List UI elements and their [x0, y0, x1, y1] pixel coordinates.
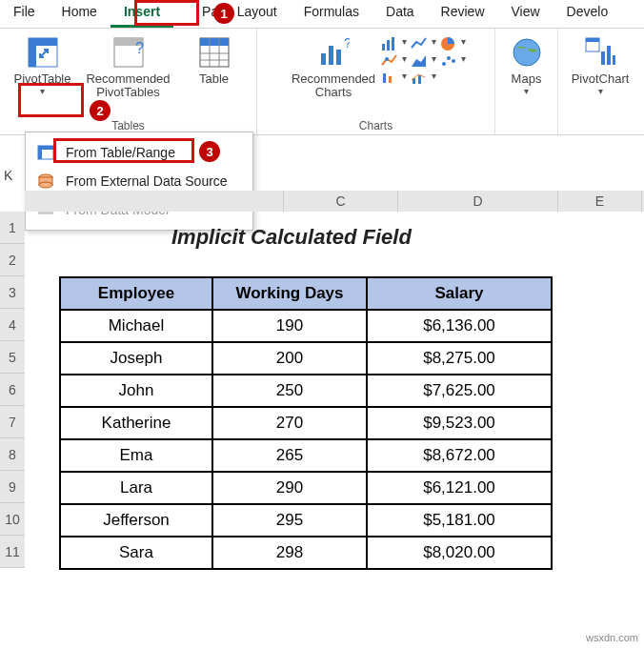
table-row: Ema265$8,672.00 [60, 439, 552, 472]
data-table: Employee Working Days Salary Michael190$… [59, 276, 553, 570]
svg-point-23 [447, 56, 451, 60]
row-headers: 1 2 3 4 5 6 7 8 9 10 11 [0, 212, 25, 568]
recommended-pivottables-button[interactable]: ? Recommended PivotTables [81, 32, 176, 100]
svg-rect-33 [607, 46, 611, 65]
svg-rect-12 [321, 53, 326, 65]
col-header-d[interactable]: D [398, 191, 558, 212]
tab-developer[interactable]: Develo [553, 0, 622, 28]
row-header[interactable]: 4 [0, 309, 25, 341]
pivottable-label: PivotTable [14, 72, 71, 86]
svg-rect-37 [38, 146, 42, 159]
table-button[interactable]: Table [176, 32, 252, 100]
table-header[interactable]: Employee [60, 277, 212, 310]
external-data-icon [35, 172, 56, 191]
maps-label: Maps [512, 72, 542, 86]
row-header[interactable]: 2 [0, 244, 25, 276]
annotation-badge-1: 1 [213, 3, 234, 24]
table-row: Katherine270$9,523.00 [60, 407, 552, 439]
table-row: Jefferson295$5,181.00 [60, 504, 552, 537]
tab-data[interactable]: Data [372, 0, 428, 28]
ribbon-tabs: File Home Insert Page Layout Formulas Da… [0, 0, 644, 29]
recommended-charts-button[interactable]: ? Recommended Charts [286, 32, 381, 100]
tab-insert[interactable]: Insert [111, 0, 173, 28]
svg-rect-31 [586, 38, 599, 42]
col-header-e[interactable]: E [558, 191, 642, 212]
svg-point-22 [442, 62, 446, 66]
svg-rect-2 [29, 38, 36, 67]
row-header[interactable]: 7 [0, 406, 25, 438]
chevron-down-icon[interactable]: ▾ [461, 36, 466, 51]
table-range-icon [35, 143, 56, 162]
svg-point-20 [385, 57, 389, 61]
recommended-pivottables-icon: ? [112, 36, 145, 69]
table-header[interactable]: Working Days [212, 277, 367, 310]
tab-home[interactable]: Home [49, 0, 111, 28]
svg-rect-7 [200, 38, 229, 46]
row-header[interactable]: 6 [0, 374, 25, 406]
table-row: Lara290$6,121.00 [60, 472, 552, 504]
name-box[interactable]: K [0, 166, 25, 185]
svg-rect-18 [392, 37, 394, 51]
stock-chart-icon[interactable] [381, 71, 398, 86]
tab-review[interactable]: Review [428, 0, 498, 28]
bar-chart-icon[interactable] [381, 36, 398, 51]
chevron-down-icon[interactable]: ▾ [432, 53, 436, 69]
svg-text:?: ? [344, 36, 350, 51]
chevron-down-icon[interactable]: ▾ [402, 53, 407, 69]
table-row: Sara298$8,020.00 [60, 537, 552, 569]
svg-rect-17 [387, 40, 390, 51]
svg-point-40 [39, 182, 52, 188]
table-header[interactable]: Salary [367, 277, 552, 310]
line-dot-chart-icon[interactable] [381, 53, 398, 69]
chevron-down-icon[interactable]: ▾ [402, 36, 407, 51]
recommended-charts-label: Recommended Charts [292, 72, 375, 100]
pie-chart-icon[interactable] [440, 36, 457, 51]
row-header[interactable]: 8 [0, 438, 25, 471]
menu-from-external-data-label: From External Data Source [66, 173, 228, 189]
pivotchart-label: PivotChart [572, 72, 630, 86]
maps-icon [511, 36, 543, 69]
chevron-down-icon[interactable]: ▾ [402, 71, 407, 86]
chevron-down-icon[interactable]: ▾ [432, 36, 436, 51]
area-chart-icon[interactable] [411, 53, 428, 69]
watermark: wsxdn.com [586, 632, 638, 643]
svg-rect-28 [418, 75, 421, 84]
chevron-down-icon[interactable]: ▾ [461, 53, 466, 69]
recommended-charts-icon: ? [317, 36, 350, 69]
svg-rect-32 [601, 51, 605, 65]
tab-formulas[interactable]: Formulas [291, 0, 372, 28]
svg-rect-14 [336, 50, 341, 65]
tab-file[interactable]: File [0, 0, 49, 28]
svg-rect-16 [382, 44, 385, 51]
annotation-badge-2: 2 [90, 100, 111, 121]
sheet-title: Implicit Calculated Field [171, 225, 412, 250]
combo-chart-icon[interactable] [411, 71, 428, 86]
svg-rect-26 [389, 76, 392, 83]
row-header[interactable]: 5 [0, 341, 25, 374]
table-row: Michael190$6,136.00 [60, 310, 552, 342]
table-row: John250$7,625.00 [60, 375, 552, 407]
row-header[interactable]: 10 [0, 503, 25, 536]
line-chart-icon[interactable] [411, 36, 428, 51]
svg-point-29 [513, 39, 540, 66]
pivottable-button[interactable]: PivotTable ▾ [5, 32, 81, 100]
pivottable-icon [27, 36, 59, 69]
chevron-down-icon[interactable]: ▾ [432, 71, 436, 86]
worksheet[interactable]: C D E 1 2 3 4 5 6 7 8 9 10 11 Implicit C… [0, 191, 644, 649]
svg-rect-13 [329, 46, 333, 65]
row-header[interactable]: 11 [0, 536, 25, 568]
group-charts-label: Charts [359, 119, 392, 132]
col-header-c[interactable]: C [284, 191, 398, 212]
pivotchart-icon [584, 36, 616, 69]
pivotchart-button[interactable]: PivotChart ▾ [560, 32, 640, 96]
maps-button[interactable]: Maps ▾ [498, 32, 555, 96]
table-icon [198, 36, 231, 69]
row-header[interactable]: 1 [0, 212, 25, 244]
annotation-badge-3: 3 [199, 141, 220, 162]
row-header[interactable]: 9 [0, 471, 25, 503]
menu-from-table-range-label: From Table/Range [66, 145, 175, 160]
scatter-chart-icon[interactable] [440, 53, 457, 69]
row-header[interactable]: 3 [0, 276, 25, 309]
tab-view[interactable]: View [498, 0, 553, 28]
chevron-down-icon: ▾ [40, 86, 45, 96]
